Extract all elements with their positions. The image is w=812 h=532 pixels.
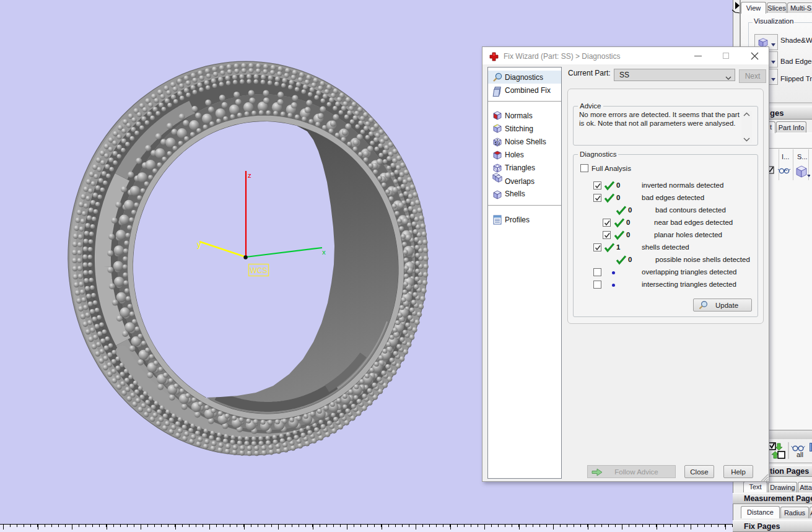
svg-text:y: y xyxy=(197,240,201,249)
svg-text:WCS: WCS xyxy=(250,266,268,275)
svg-text:x: x xyxy=(322,248,326,256)
svg-text:z: z xyxy=(248,172,251,179)
